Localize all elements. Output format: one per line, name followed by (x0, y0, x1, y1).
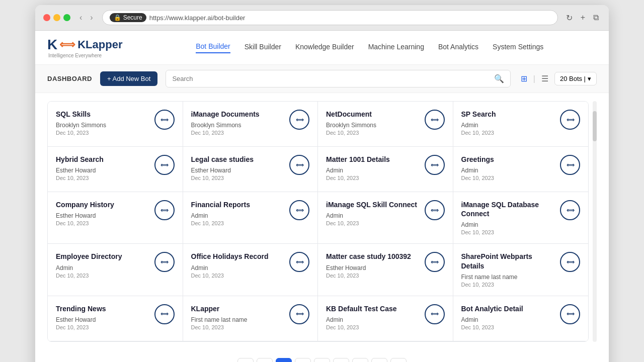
page-button[interactable]: 10 (352, 358, 368, 362)
bot-card-date: Dec 10, 2023 (191, 273, 285, 279)
url-text: https://www.klapper.ai/bot-builder (149, 14, 246, 22)
page-button[interactable]: › (371, 358, 387, 362)
bots-count-selector[interactable]: 20 Bots | ▾ (554, 72, 597, 85)
bot-card-date: Dec 10, 2023 (56, 273, 149, 279)
klapper-bot-icon[interactable]: ⟺ (560, 155, 580, 175)
bot-card[interactable]: Company History Esther Howard Dec 10, 20… (48, 192, 183, 244)
klapper-bot-icon[interactable]: ⟺ (289, 110, 309, 130)
list-view-button[interactable]: ☰ (539, 72, 550, 85)
browser-actions: ↻ + ⧉ (564, 11, 601, 25)
bot-card-title: Bot Analytic Detail (461, 304, 555, 313)
bot-card[interactable]: NetDocument Brooklyn Simmons Dec 10, 202… (318, 102, 453, 147)
nav-system-settings[interactable]: System Settings (493, 43, 543, 53)
bot-card-date: Dec 10, 2023 (56, 220, 149, 226)
bot-card[interactable]: SP Search Admin Dec 10, 2023 ⟺ (453, 102, 589, 147)
copy-button[interactable]: ⧉ (591, 11, 601, 25)
klapper-bot-icon[interactable]: ⟺ (154, 155, 175, 175)
klapper-bot-icon[interactable]: ⟺ (425, 304, 445, 324)
logo: K ⟺ KLapper Intelligence Everywhere (47, 37, 122, 58)
nav-skill-builder[interactable]: Skill Builder (245, 43, 281, 53)
add-bot-button[interactable]: + Add New Bot (100, 71, 157, 86)
klapper-bot-icon[interactable]: ⟺ (154, 252, 175, 272)
bot-card-info: Trending News Esther Howard Dec 10, 2023 (56, 304, 149, 330)
nav-knowledge-builder[interactable]: Knowledge Builder (295, 43, 354, 53)
address-bar[interactable]: 🔒 Secure https://www.klapper.ai/bot-buil… (102, 10, 558, 25)
scrollbar-track[interactable] (593, 101, 597, 342)
page-button[interactable]: 2 (295, 358, 311, 362)
bot-card[interactable]: Matter case study 100392 Esther Howard D… (318, 244, 453, 296)
bot-card[interactable]: iManage SQL Database Connect Admin Dec 1… (453, 192, 589, 244)
bot-card[interactable]: SharePoint Webparts Details First name l… (453, 244, 589, 296)
back-button[interactable]: ‹ (76, 12, 85, 23)
klapper-bot-icon[interactable]: ⟺ (425, 252, 445, 272)
klapper-bot-icon[interactable]: ⟺ (560, 252, 580, 272)
nav-bot-builder[interactable]: Bot Builder (196, 42, 230, 53)
bot-card[interactable]: Hybrid Search Esther Howard Dec 10, 2023… (48, 147, 183, 192)
klapper-bot-icon[interactable]: ⟺ (425, 110, 445, 130)
bot-card-date: Dec 10, 2023 (326, 324, 420, 330)
page-button[interactable]: ‹ (257, 358, 273, 362)
klapper-bot-icon[interactable]: ⟺ (289, 252, 309, 272)
scrollbar-thumb[interactable] (593, 111, 597, 141)
bot-card-date: Dec 10, 2023 (56, 130, 149, 136)
klapper-bot-icon[interactable]: ⟺ (289, 155, 309, 175)
forward-button[interactable]: › (87, 12, 96, 23)
search-input[interactable] (172, 75, 490, 82)
bot-card[interactable]: iManage SQL Skill Connect Admin Dec 10, … (318, 192, 453, 244)
maximize-button[interactable] (63, 14, 70, 21)
bot-card[interactable]: Employee Directory Admin Dec 10, 2023 ⟺ (48, 244, 183, 296)
nav-bot-analytics[interactable]: Bot Analytics (438, 43, 478, 53)
reload-button[interactable]: ↻ (564, 11, 575, 25)
bot-card[interactable]: SQL Skills Brooklyn Simmons Dec 10, 2023… (48, 102, 183, 147)
nav-machine-learning[interactable]: Machine Learning (368, 43, 424, 53)
minimize-button[interactable] (53, 14, 60, 21)
klapper-bot-icon[interactable]: ⟺ (425, 200, 445, 220)
bot-card[interactable]: iManage Documents Brooklyn Simmons Dec 1… (183, 102, 318, 147)
klapper-bot-icon[interactable]: ⟺ (289, 304, 309, 324)
bot-card-date: Dec 10, 2023 (461, 130, 555, 136)
page-button[interactable]: « (237, 358, 254, 362)
close-button[interactable] (43, 14, 50, 21)
bot-card-info: NetDocument Brooklyn Simmons Dec 10, 202… (326, 110, 420, 136)
new-tab-button[interactable]: + (579, 11, 587, 25)
bot-card[interactable]: Greetings Admin Dec 10, 2023 ⟺ (453, 147, 589, 192)
logo-top: K ⟺ KLapper (47, 37, 122, 53)
bot-card[interactable]: Bot Analytic Detail Admin Dec 10, 2023 ⟺ (453, 296, 589, 341)
klapper-bot-icon[interactable]: ⟺ (425, 155, 445, 175)
page-button[interactable]: ... (333, 358, 349, 362)
bot-card-info: Financial Reports Admin Dec 10, 2023 (191, 200, 285, 226)
app-header: K ⟺ KLapper Intelligence Everywhere Bot … (35, 31, 609, 65)
bot-card-date: Dec 10, 2023 (191, 220, 285, 226)
secure-label: Secure (123, 14, 142, 21)
bot-card-author: Admin (326, 212, 420, 219)
bot-card[interactable]: Office Holidays Record Admin Dec 10, 202… (183, 244, 318, 296)
bot-card-info: Greetings Admin Dec 10, 2023 (461, 155, 555, 181)
bot-card[interactable]: KB Default Test Case Admin Dec 10, 2023 … (318, 296, 453, 341)
bot-card[interactable]: Matter 1001 Details Admin Dec 10, 2023 ⟺ (318, 147, 453, 192)
page-button[interactable]: 3 (314, 358, 330, 362)
bot-card-info: KB Default Test Case Admin Dec 10, 2023 (326, 304, 420, 330)
bot-card[interactable]: Financial Reports Admin Dec 10, 2023 ⟺ (183, 192, 318, 244)
bot-card-title: Employee Directory (56, 252, 149, 261)
search-bar[interactable]: 🔍 (166, 70, 510, 87)
bot-card-date: Dec 10, 2023 (56, 175, 149, 181)
bot-card-author: Admin (191, 264, 285, 272)
bot-card[interactable]: KLapper First name last name Dec 10, 202… (183, 296, 318, 341)
klapper-bot-icon[interactable]: ⟺ (154, 304, 175, 324)
bot-card-date: Dec 10, 2023 (461, 324, 555, 330)
bot-card[interactable]: Trending News Esther Howard Dec 10, 2023… (48, 296, 183, 341)
klapper-bot-icon[interactable]: ⟺ (560, 304, 580, 324)
grid-view-button[interactable]: ⊞ (519, 72, 529, 85)
klapper-bot-icon[interactable]: ⟺ (560, 110, 580, 130)
bot-card-date: Dec 10, 2023 (326, 175, 420, 181)
bot-card-info: SP Search Admin Dec 10, 2023 (461, 110, 555, 136)
page-button[interactable]: 1 (276, 358, 292, 362)
bot-card-title: Trending News (56, 304, 149, 313)
page-button[interactable]: » (390, 358, 407, 362)
klapper-bot-icon[interactable]: ⟺ (289, 200, 309, 220)
klapper-bot-icon[interactable]: ⟺ (154, 110, 175, 130)
bot-card-author: Brooklyn Simmons (191, 122, 285, 129)
klapper-bot-icon[interactable]: ⟺ (560, 200, 580, 220)
bot-card[interactable]: Legal case studies Esther Howard Dec 10,… (183, 147, 318, 192)
klapper-bot-icon[interactable]: ⟺ (154, 200, 175, 220)
